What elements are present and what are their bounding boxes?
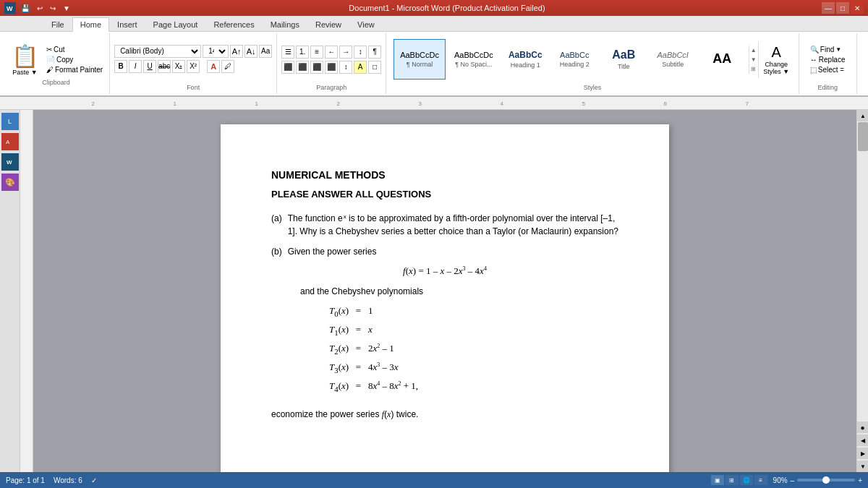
scroll-track[interactable] (857, 121, 868, 420)
zoom-thumb[interactable] (822, 476, 830, 484)
scroll-next-page[interactable]: ▶ (857, 448, 869, 459)
spell-check-icon[interactable]: ✓ (91, 476, 97, 484)
paste-button[interactable]: 📋 Paste ▼ (7, 40, 43, 79)
styles-scroll-down[interactable]: ▼ (751, 56, 757, 63)
style-heading1[interactable]: AaBbCc Heading 1 (502, 39, 549, 80)
status-left: Page: 1 of 1 Words: 6 ✓ (6, 476, 97, 484)
scroll-up-button[interactable]: ▲ (857, 110, 868, 121)
scroll-select-browse[interactable]: ● (857, 421, 869, 433)
minimize-button[interactable]: — (822, 2, 835, 14)
grow-font-button[interactable]: A↑ (230, 45, 243, 58)
clipboard-label: Clipboard (7, 79, 105, 87)
close-button[interactable]: ✕ (851, 2, 864, 14)
styles-scroll-up[interactable]: ▲ (751, 47, 757, 53)
font-color-button[interactable]: A (207, 60, 220, 73)
tab-insert[interactable]: Insert (109, 17, 145, 31)
clipboard-group: 📋 Paste ▼ ✂ Cut 📄 Copy 🖌 Format Painter (3, 33, 110, 94)
tab-review[interactable]: Review (307, 17, 349, 31)
increase-indent-button[interactable]: → (339, 46, 352, 59)
tab-page-layout[interactable]: Page Layout (145, 17, 206, 31)
document-subtitle: PLEASE ANSWER ALL QUESTIONS (271, 187, 618, 202)
style-title[interactable]: AaB Title (600, 39, 647, 80)
style-no-spacing[interactable]: AaBbCcDc ¶ No Spaci... (448, 39, 500, 80)
change-styles-button[interactable]: A ChangeStyles ▼ (758, 41, 794, 78)
font-name-select[interactable]: Calibri (Body) (114, 45, 201, 58)
align-right-button[interactable]: ⬛ (310, 61, 323, 74)
tab-home[interactable]: Home (72, 17, 109, 32)
strikethrough-button[interactable]: abc (158, 60, 171, 73)
zoom-in-button[interactable]: + (858, 476, 862, 484)
svg-text:W: W (7, 5, 13, 12)
tab-references[interactable]: References (205, 17, 262, 31)
document-area[interactable]: NUMERICAL METHODS PLEASE ANSWER ALL QUES… (33, 110, 856, 472)
underline-button[interactable]: U (143, 60, 156, 73)
scroll-prev-page[interactable]: ◀ (857, 435, 869, 446)
quick-redo[interactable]: ↪ (48, 4, 58, 12)
find-button[interactable]: 🔍 Find ▼ (808, 45, 848, 54)
svg-text:A: A (6, 139, 10, 145)
ribbon-tabs: File Home Insert Page Layout References … (0, 16, 868, 32)
part-b-label: (b) (271, 245, 282, 258)
style-heading2[interactable]: AaBbCc Heading 2 (551, 39, 598, 80)
numbering-button[interactable]: 1. (296, 46, 309, 59)
t2-row: T2(x) = 2x2 – 1 (329, 340, 618, 359)
clipboard-actions: ✂ Cut 📄 Copy 🖌 Format Painter (44, 40, 105, 79)
bold-button[interactable]: B (114, 60, 127, 73)
web-layout-view[interactable]: 🌐 (740, 475, 753, 485)
select-button[interactable]: ⬚ Select = (808, 65, 848, 74)
full-screen-view[interactable]: ⊞ (726, 475, 739, 485)
decrease-indent-button[interactable]: ← (325, 46, 338, 59)
shading-button[interactable]: A (354, 61, 367, 74)
tab-mailings[interactable]: Mailings (263, 17, 307, 31)
print-layout-view[interactable]: ▣ (711, 475, 724, 485)
restore-button[interactable]: □ (836, 2, 849, 14)
zoom-slider[interactable] (797, 479, 855, 481)
svg-text:3: 3 (419, 100, 422, 107)
show-marks-button[interactable]: ¶ (368, 46, 381, 59)
scroll-down-button[interactable]: ▼ (857, 461, 868, 472)
cut-button[interactable]: ✂ Cut (44, 45, 105, 54)
line-spacing-button[interactable]: ↕ (339, 61, 352, 74)
style-subtitle[interactable]: AaBbCcI Subtitle (650, 39, 697, 80)
bullets-button[interactable]: ☰ (281, 46, 294, 59)
scroll-thumb[interactable] (858, 122, 868, 151)
zoom-out-button[interactable]: – (791, 476, 795, 484)
clear-format-button[interactable]: Aa (259, 45, 272, 58)
font-size-select[interactable]: 14 (203, 45, 229, 58)
style-aa[interactable]: AA (699, 39, 746, 80)
tab-file[interactable]: File (43, 17, 72, 31)
quick-save[interactable]: 💾 (19, 4, 32, 12)
styles-expand[interactable]: ⊞ (751, 66, 757, 72)
superscript-button[interactable]: X² (187, 60, 200, 73)
horizontal-ruler: 2 1 1 2 3 4 5 6 7 (0, 97, 868, 110)
replace-button[interactable]: ↔ Replace (808, 55, 848, 64)
quick-undo[interactable]: ↩ (35, 4, 45, 12)
align-center-button[interactable]: ⬛ (296, 61, 309, 74)
shrink-font-button[interactable]: A↓ (244, 45, 258, 58)
subscript-button[interactable]: X₂ (172, 60, 185, 73)
sort-button[interactable]: ↕ (354, 46, 367, 59)
title-bar-controls: — □ ✕ (822, 2, 864, 14)
word-icon-sidebar[interactable]: W (1, 153, 19, 171)
paint-icon[interactable]: 🎨 (1, 174, 19, 191)
format-painter-button[interactable]: 🖌 Format Painter (44, 65, 105, 74)
navigation-toggle[interactable]: L (1, 113, 19, 130)
outline-view[interactable]: ≡ (754, 475, 767, 485)
multilevel-button[interactable]: ≡ (310, 46, 323, 59)
word-count: Words: 6 (54, 476, 82, 484)
document-page: NUMERICAL METHODS PLEASE ANSWER ALL QUES… (221, 124, 669, 472)
highlight-button[interactable]: 🖊 (221, 60, 234, 73)
styles-group: AaBbCcDc ¶ Normal AaBbCcDc ¶ No Spaci...… (386, 33, 799, 94)
border-button[interactable]: □ (368, 61, 381, 74)
conclusion-text: economize the power series f(x) twice. (271, 408, 618, 421)
justify-button[interactable]: ⬛ (325, 61, 338, 74)
quick-access-arrow[interactable]: ▼ (61, 4, 72, 12)
copy-button[interactable]: 📄 Copy (44, 55, 105, 64)
right-scrollbar[interactable]: ▲ ● ◀ ▶ ▼ (856, 110, 868, 472)
style-normal[interactable]: AaBbCcDc ¶ Normal (393, 39, 446, 80)
align-left-button[interactable]: ⬛ (281, 61, 294, 74)
tab-view[interactable]: View (349, 17, 383, 31)
editing-label: Editing (817, 84, 838, 93)
acrobat-panel[interactable]: A (1, 133, 19, 150)
italic-button[interactable]: I (129, 60, 142, 73)
